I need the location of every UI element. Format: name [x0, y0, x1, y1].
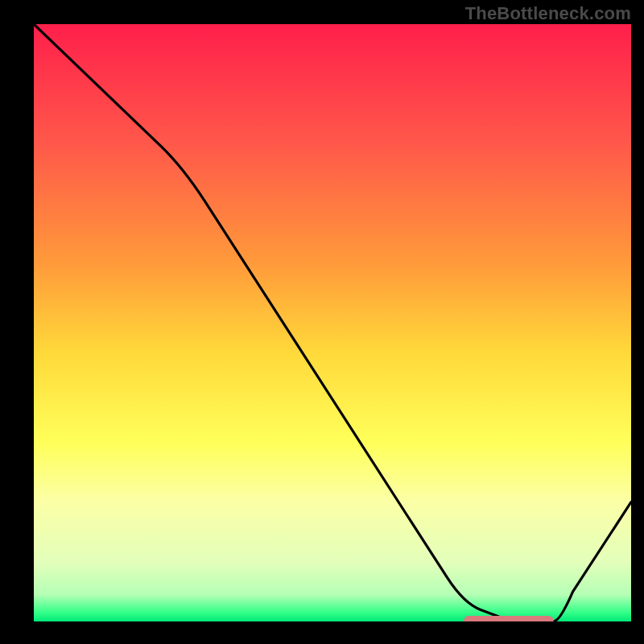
watermark-text: TheBottleneck.com [465, 3, 631, 24]
plot-area [34, 24, 631, 621]
optimal-range-marker [464, 616, 553, 621]
gradient-background [34, 24, 631, 621]
chart-frame: TheBottleneck.com [0, 0, 644, 644]
chart-svg [34, 24, 631, 621]
